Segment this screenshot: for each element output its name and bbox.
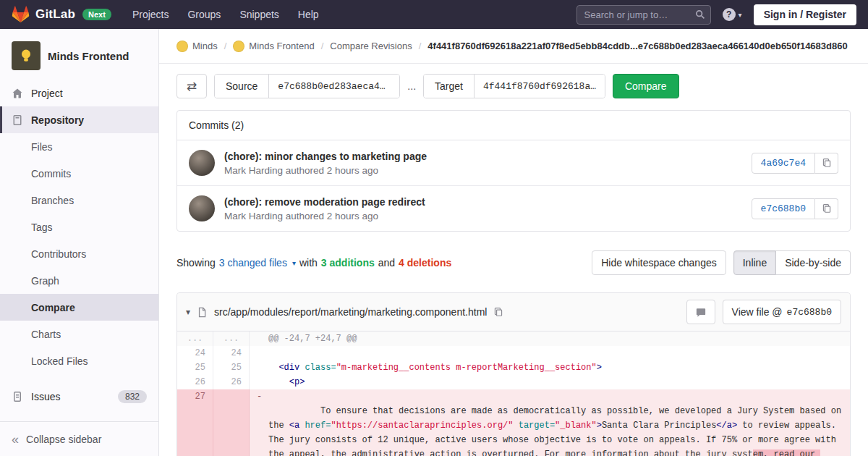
diff-file-panel: ▾ src/app/modules/report/marketing/marke…: [176, 292, 851, 456]
new-line-number: ...: [213, 332, 250, 346]
sidebar-item-contributors[interactable]: Contributors: [0, 240, 158, 267]
source-revision-input[interactable]: [269, 75, 399, 98]
help-dropdown[interactable]: ? ▾: [723, 8, 742, 21]
nav-link-snippets[interactable]: Snippets: [230, 0, 288, 29]
file-icon: [197, 307, 208, 318]
compare-button[interactable]: Compare: [613, 74, 679, 98]
nav-link-groups[interactable]: Groups: [178, 0, 230, 29]
sidebar-item-tags[interactable]: Tags: [0, 214, 158, 240]
sidebar-item-files[interactable]: Files: [0, 133, 158, 160]
project-context-header[interactable]: Minds Frontend: [0, 29, 158, 80]
diff-line-deletion: 27 -To ensure that decisions are made as…: [177, 389, 850, 456]
top-navbar: GitLab Next Projects Groups Snippets Hel…: [0, 0, 868, 29]
gitlab-logo[interactable]: GitLab Next: [12, 6, 111, 23]
issues-count-badge: 832: [118, 390, 147, 403]
code-line: [250, 346, 850, 360]
primary-nav: Projects Groups Snippets Help: [123, 0, 328, 29]
old-line-number[interactable]: 26: [177, 375, 213, 389]
breadcrumb-group[interactable]: Minds: [176, 41, 218, 52]
new-line-number[interactable]: [213, 389, 250, 456]
old-line-number[interactable]: 24: [177, 346, 213, 360]
sidebar-item-graph[interactable]: Graph: [0, 267, 158, 294]
nav-link-help[interactable]: Help: [289, 0, 328, 29]
sidebar-item-label: Project: [31, 88, 63, 99]
target-revision-group: Target: [423, 74, 605, 98]
copy-icon: [822, 158, 832, 168]
commit-row: (chore): minor changes to marketing page…: [177, 140, 850, 185]
breadcrumb-project[interactable]: Minds Frontend: [233, 41, 314, 52]
sub-item-label: Branches: [31, 195, 74, 206]
project-mini-avatar: [233, 41, 244, 52]
diff-line-context: 24 24: [177, 346, 850, 360]
commit-sha-group: e7c688b0: [752, 198, 838, 219]
diff-file-header: ▾ src/app/modules/report/marketing/marke…: [177, 293, 850, 332]
caret-down-icon: ▾: [292, 259, 296, 267]
logo-text: GitLab: [35, 7, 75, 22]
inline-view-button[interactable]: Inline: [733, 250, 776, 275]
sub-item-label: Files: [31, 141, 53, 153]
showing-label: Showing: [176, 257, 216, 269]
sidebar-item-project[interactable]: Project: [0, 80, 158, 106]
sidebar-item-label: Issues: [31, 391, 60, 402]
sidebar-item-issues[interactable]: Issues 832: [0, 383, 158, 410]
new-line-number[interactable]: 26: [213, 375, 250, 389]
revision-range-dots: ...: [407, 80, 416, 92]
nav-link-projects[interactable]: Projects: [123, 0, 179, 29]
with-label: with: [299, 257, 318, 269]
avatar: [189, 195, 215, 221]
sidebar-item-compare[interactable]: Compare: [0, 294, 158, 321]
old-line-number[interactable]: 27: [177, 389, 213, 456]
copy-sha-button[interactable]: [815, 198, 838, 219]
new-line-number[interactable]: 25: [213, 360, 250, 375]
commit-meta: Mark Harding authored 2 hours ago: [224, 165, 742, 176]
diff-file-path: src/app/modules/report/marketing/marketi…: [214, 306, 487, 318]
copy-path-icon[interactable]: [493, 307, 503, 317]
sidebar-item-branches[interactable]: Branches: [0, 187, 158, 214]
breadcrumb-separator: /: [321, 41, 324, 51]
global-search[interactable]: [576, 5, 711, 25]
search-icon: [695, 9, 705, 22]
target-label: Target: [424, 75, 475, 98]
sidebar-project-title: Minds Frontend: [48, 50, 129, 62]
commit-sha-link[interactable]: 4a69c7e4: [752, 153, 815, 174]
target-revision-input[interactable]: [475, 75, 605, 98]
breadcrumb: Minds / Minds Frontend / Compare Revisio…: [159, 29, 868, 64]
changed-files-dropdown[interactable]: 3 changed files: [219, 257, 287, 269]
breadcrumb-project-label: Minds Frontend: [249, 41, 314, 51]
source-label: Source: [215, 75, 269, 98]
copy-sha-button[interactable]: [815, 153, 838, 174]
collapse-sidebar-button[interactable]: « Collapse sidebar: [0, 421, 158, 456]
breadcrumb-separator: /: [224, 41, 227, 51]
toggle-comments-button[interactable]: [686, 300, 715, 324]
commit-title-link[interactable]: (chore): minor changes to marketing page: [224, 151, 742, 162]
swap-revisions-button[interactable]: ⇄: [176, 74, 207, 98]
search-input[interactable]: [577, 9, 710, 20]
side-by-side-view-button[interactable]: Side-by-side: [776, 250, 851, 275]
sidebar-item-repository[interactable]: Repository: [0, 106, 158, 133]
additions-count: 3 additions: [321, 257, 375, 269]
group-avatar: [176, 41, 188, 52]
diff-line-context: 26 26 <p>: [177, 375, 850, 389]
collapse-diff-caret[interactable]: ▾: [186, 307, 190, 317]
breadcrumb-section-label: Compare Revisions: [330, 41, 412, 51]
hide-whitespace-button[interactable]: Hide whitespace changes: [592, 250, 726, 275]
collapse-icon: «: [12, 433, 19, 446]
deletions-count: 4 deletions: [399, 257, 451, 269]
view-file-sha: e7c688b0: [787, 307, 832, 318]
commit-title-link[interactable]: (chore): remove moderation page redirect: [224, 196, 742, 208]
new-line-number[interactable]: 24: [213, 346, 250, 360]
sub-item-label: Locked Files: [31, 355, 88, 367]
sidebar-item-locked-files[interactable]: Locked Files: [0, 347, 158, 374]
sidebar-item-charts[interactable]: Charts: [0, 321, 158, 347]
sidebar-item-commits[interactable]: Commits: [0, 160, 158, 187]
old-line-number[interactable]: 25: [177, 360, 213, 375]
sign-in-button[interactable]: Sign in / Register: [754, 4, 856, 25]
view-file-button[interactable]: View file @ e7c688b0: [723, 300, 841, 324]
comment-icon: [696, 307, 706, 318]
commit-sha-link[interactable]: e7c688b0: [752, 198, 815, 219]
diff-table: ... ... @@ -24,7 +24,7 @@ 24 24 25 25 <d…: [177, 332, 850, 456]
breadcrumb-section[interactable]: Compare Revisions: [330, 41, 412, 51]
sub-item-label: Contributors: [31, 248, 86, 260]
and-label: and: [378, 257, 395, 269]
lightbulb-icon: [18, 48, 34, 64]
